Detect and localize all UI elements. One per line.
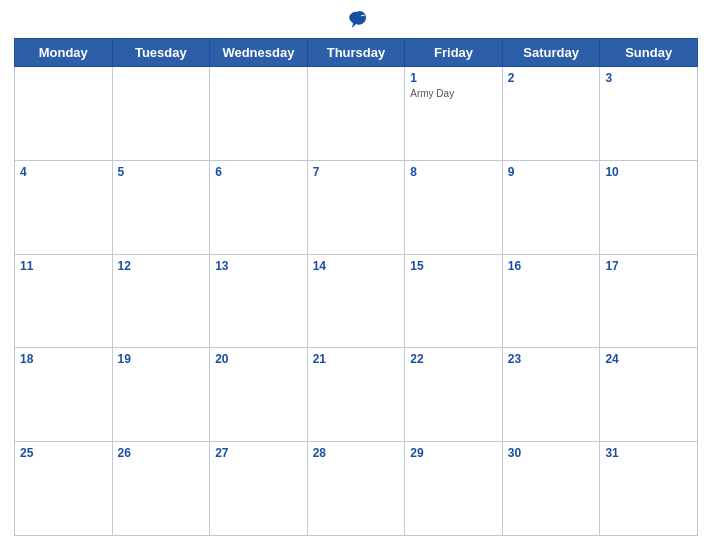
calendar-cell: 11: [15, 254, 113, 348]
calendar-week-row: 45678910: [15, 160, 698, 254]
calendar-cell: 14: [307, 254, 405, 348]
day-number: 31: [605, 445, 692, 462]
day-number: 15: [410, 258, 497, 275]
day-number: 11: [20, 258, 107, 275]
day-number: 29: [410, 445, 497, 462]
day-number: 19: [118, 351, 205, 368]
calendar-body: 1Army Day2345678910111213141516171819202…: [15, 67, 698, 536]
weekday-header-sunday: Sunday: [600, 39, 698, 67]
day-number: 9: [508, 164, 595, 181]
day-number: 18: [20, 351, 107, 368]
calendar-cell: 4: [15, 160, 113, 254]
calendar-cell: 25: [15, 442, 113, 536]
calendar-cell: 19: [112, 348, 210, 442]
day-number: 21: [313, 351, 400, 368]
day-number: 3: [605, 70, 692, 87]
day-number: 16: [508, 258, 595, 275]
calendar-cell: 28: [307, 442, 405, 536]
day-number: 14: [313, 258, 400, 275]
weekday-header-friday: Friday: [405, 39, 503, 67]
calendar-cell: 20: [210, 348, 308, 442]
day-number: 4: [20, 164, 107, 181]
day-event: Army Day: [410, 88, 497, 99]
calendar-cell: 10: [600, 160, 698, 254]
calendar-cell: 22: [405, 348, 503, 442]
calendar-cell: 13: [210, 254, 308, 348]
weekday-header-thursday: Thursday: [307, 39, 405, 67]
weekday-header-monday: Monday: [15, 39, 113, 67]
calendar-cell: 27: [210, 442, 308, 536]
calendar-table: MondayTuesdayWednesdayThursdayFridaySatu…: [14, 38, 698, 536]
day-number: 20: [215, 351, 302, 368]
day-number: 28: [313, 445, 400, 462]
day-number: 8: [410, 164, 497, 181]
day-number: 23: [508, 351, 595, 368]
logo-bird-icon: [346, 10, 368, 30]
day-number: 12: [118, 258, 205, 275]
day-number: 17: [605, 258, 692, 275]
day-number: 13: [215, 258, 302, 275]
day-number: 22: [410, 351, 497, 368]
calendar-cell: 7: [307, 160, 405, 254]
calendar-cell: 15: [405, 254, 503, 348]
logo: [344, 10, 368, 30]
day-number: 25: [20, 445, 107, 462]
day-number: 26: [118, 445, 205, 462]
calendar-week-row: 25262728293031: [15, 442, 698, 536]
day-number: 27: [215, 445, 302, 462]
calendar-cell: [210, 67, 308, 161]
calendar-header: [14, 10, 698, 30]
day-number: 10: [605, 164, 692, 181]
weekday-header-wednesday: Wednesday: [210, 39, 308, 67]
calendar-cell: 21: [307, 348, 405, 442]
day-number: 5: [118, 164, 205, 181]
calendar-week-row: 11121314151617: [15, 254, 698, 348]
calendar-cell: [15, 67, 113, 161]
day-number: 24: [605, 351, 692, 368]
calendar-cell: 3: [600, 67, 698, 161]
calendar-cell: [307, 67, 405, 161]
calendar-week-row: 1Army Day23: [15, 67, 698, 161]
calendar-cell: 12: [112, 254, 210, 348]
day-number: 1: [410, 70, 497, 87]
calendar-cell: 26: [112, 442, 210, 536]
calendar-cell: 16: [502, 254, 600, 348]
calendar-container: MondayTuesdayWednesdayThursdayFridaySatu…: [0, 0, 712, 550]
weekday-header-row: MondayTuesdayWednesdayThursdayFridaySatu…: [15, 39, 698, 67]
calendar-thead: MondayTuesdayWednesdayThursdayFridaySatu…: [15, 39, 698, 67]
weekday-header-tuesday: Tuesday: [112, 39, 210, 67]
calendar-cell: 29: [405, 442, 503, 536]
calendar-cell: 1Army Day: [405, 67, 503, 161]
weekday-header-saturday: Saturday: [502, 39, 600, 67]
calendar-cell: 30: [502, 442, 600, 536]
calendar-cell: 18: [15, 348, 113, 442]
calendar-cell: [112, 67, 210, 161]
calendar-cell: 24: [600, 348, 698, 442]
calendar-cell: 9: [502, 160, 600, 254]
calendar-cell: 2: [502, 67, 600, 161]
calendar-cell: 31: [600, 442, 698, 536]
calendar-cell: 23: [502, 348, 600, 442]
day-number: 2: [508, 70, 595, 87]
calendar-cell: 5: [112, 160, 210, 254]
calendar-cell: 17: [600, 254, 698, 348]
calendar-week-row: 18192021222324: [15, 348, 698, 442]
day-number: 30: [508, 445, 595, 462]
day-number: 6: [215, 164, 302, 181]
calendar-cell: 6: [210, 160, 308, 254]
calendar-cell: 8: [405, 160, 503, 254]
day-number: 7: [313, 164, 400, 181]
